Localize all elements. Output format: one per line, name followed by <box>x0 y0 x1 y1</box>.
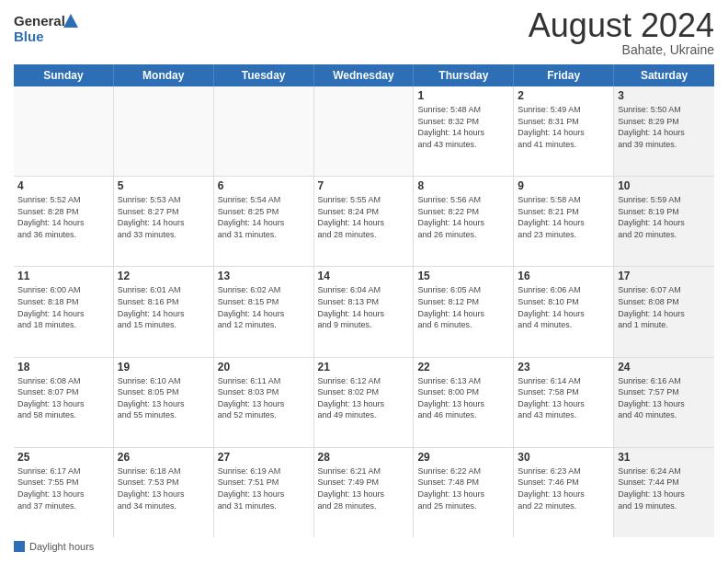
header-day-friday: Friday <box>514 64 614 86</box>
day-info-4: Sunrise: 5:52 AMSunset: 8:28 PMDaylight:… <box>17 194 109 240</box>
calendar-row-3: 18Sunrise: 6:08 AMSunset: 8:07 PMDayligh… <box>14 358 714 448</box>
day-cell-13: 13Sunrise: 6:02 AMSunset: 8:15 PMDayligh… <box>214 267 314 356</box>
day-cell-3: 3Sunrise: 5:50 AMSunset: 8:29 PMDaylight… <box>614 86 714 176</box>
day-number-19: 19 <box>118 361 210 373</box>
day-number-31: 31 <box>618 451 711 464</box>
day-cell-27: 27Sunrise: 6:19 AMSunset: 7:51 PMDayligh… <box>214 448 314 537</box>
day-number-29: 29 <box>417 451 509 464</box>
day-info-30: Sunrise: 6:23 AMSunset: 7:46 PMDaylight:… <box>518 465 609 511</box>
day-cell-14: 14Sunrise: 6:04 AMSunset: 8:13 PMDayligh… <box>314 267 415 356</box>
page: General Blue August 2024 Bahate, Ukraine… <box>0 0 728 563</box>
day-info-15: Sunrise: 6:05 AMSunset: 8:12 PMDaylight:… <box>417 284 509 330</box>
day-info-21: Sunrise: 6:12 AMSunset: 8:02 PMDaylight:… <box>318 375 410 421</box>
day-cell-11: 11Sunrise: 6:00 AMSunset: 8:18 PMDayligh… <box>14 267 114 356</box>
day-number-6: 6 <box>218 179 310 192</box>
day-info-22: Sunrise: 6:13 AMSunset: 8:00 PMDaylight:… <box>417 375 509 421</box>
day-cell-20: 20Sunrise: 6:11 AMSunset: 8:03 PMDayligh… <box>214 358 314 447</box>
day-number-5: 5 <box>118 179 210 192</box>
location-subtitle: Bahate, Ukraine <box>529 42 714 57</box>
header-day-monday: Monday <box>114 64 214 86</box>
daylight-dot <box>14 541 25 552</box>
day-number-22: 22 <box>417 361 509 373</box>
day-info-26: Sunrise: 6:18 AMSunset: 7:53 PMDaylight:… <box>118 465 210 511</box>
day-number-21: 21 <box>318 361 410 373</box>
header: General Blue August 2024 Bahate, Ukraine <box>14 9 714 57</box>
day-number-30: 30 <box>518 451 609 464</box>
day-cell-5: 5Sunrise: 5:53 AMSunset: 8:27 PMDaylight… <box>114 177 214 266</box>
day-cell-10: 10Sunrise: 5:59 AMSunset: 8:19 PMDayligh… <box>614 177 714 266</box>
day-info-17: Sunrise: 6:07 AMSunset: 8:08 PMDaylight:… <box>618 284 711 330</box>
day-number-15: 15 <box>417 270 509 282</box>
day-number-4: 4 <box>17 179 109 192</box>
day-info-1: Sunrise: 5:48 AMSunset: 8:32 PMDaylight:… <box>417 104 509 150</box>
day-info-7: Sunrise: 5:55 AMSunset: 8:24 PMDaylight:… <box>318 194 410 240</box>
day-number-27: 27 <box>218 451 310 464</box>
day-cell-4: 4Sunrise: 5:52 AMSunset: 8:28 PMDaylight… <box>14 177 114 266</box>
day-info-20: Sunrise: 6:11 AMSunset: 8:03 PMDaylight:… <box>218 375 310 421</box>
day-info-13: Sunrise: 6:02 AMSunset: 8:15 PMDaylight:… <box>218 284 310 330</box>
day-info-27: Sunrise: 6:19 AMSunset: 7:51 PMDaylight:… <box>218 465 310 511</box>
header-day-saturday: Saturday <box>614 64 714 86</box>
empty-cell-0-2 <box>214 86 314 176</box>
day-info-2: Sunrise: 5:49 AMSunset: 8:31 PMDaylight:… <box>518 104 609 150</box>
day-cell-8: 8Sunrise: 5:56 AMSunset: 8:22 PMDaylight… <box>414 177 514 266</box>
day-cell-30: 30Sunrise: 6:23 AMSunset: 7:46 PMDayligh… <box>514 448 614 537</box>
header-day-sunday: Sunday <box>14 64 114 86</box>
month-year-title: August 2024 <box>529 9 714 42</box>
svg-text:General: General <box>14 13 65 29</box>
empty-cell-0-0 <box>14 86 114 176</box>
day-cell-22: 22Sunrise: 6:13 AMSunset: 8:00 PMDayligh… <box>414 358 514 447</box>
day-info-31: Sunrise: 6:24 AMSunset: 7:44 PMDaylight:… <box>618 465 711 511</box>
day-info-5: Sunrise: 5:53 AMSunset: 8:27 PMDaylight:… <box>118 194 210 240</box>
day-info-29: Sunrise: 6:22 AMSunset: 7:48 PMDaylight:… <box>417 465 509 511</box>
day-number-7: 7 <box>318 179 410 192</box>
day-info-19: Sunrise: 6:10 AMSunset: 8:05 PMDaylight:… <box>118 375 210 421</box>
day-number-20: 20 <box>218 361 310 373</box>
day-cell-24: 24Sunrise: 6:16 AMSunset: 7:57 PMDayligh… <box>614 358 714 447</box>
day-cell-2: 2Sunrise: 5:49 AMSunset: 8:31 PMDaylight… <box>514 86 614 176</box>
daylight-label: Daylight hours <box>29 541 94 552</box>
empty-cell-0-3 <box>314 86 415 176</box>
day-number-28: 28 <box>318 451 410 464</box>
day-info-8: Sunrise: 5:56 AMSunset: 8:22 PMDaylight:… <box>417 194 509 240</box>
logo: General Blue <box>14 9 78 46</box>
day-info-16: Sunrise: 6:06 AMSunset: 8:10 PMDaylight:… <box>518 284 609 330</box>
calendar-row-1: 4Sunrise: 5:52 AMSunset: 8:28 PMDaylight… <box>14 177 714 267</box>
calendar-row-4: 25Sunrise: 6:17 AMSunset: 7:55 PMDayligh… <box>14 448 714 537</box>
day-number-3: 3 <box>618 89 711 102</box>
day-info-11: Sunrise: 6:00 AMSunset: 8:18 PMDaylight:… <box>17 284 109 330</box>
day-number-17: 17 <box>618 270 711 282</box>
day-number-12: 12 <box>118 270 210 282</box>
calendar: SundayMondayTuesdayWednesdayThursdayFrid… <box>14 64 714 537</box>
day-info-14: Sunrise: 6:04 AMSunset: 8:13 PMDaylight:… <box>318 284 410 330</box>
day-number-14: 14 <box>318 270 410 282</box>
svg-marker-2 <box>63 14 78 28</box>
day-number-26: 26 <box>118 451 210 464</box>
day-cell-12: 12Sunrise: 6:01 AMSunset: 8:16 PMDayligh… <box>114 267 214 356</box>
day-info-12: Sunrise: 6:01 AMSunset: 8:16 PMDaylight:… <box>118 284 210 330</box>
day-info-23: Sunrise: 6:14 AMSunset: 7:58 PMDaylight:… <box>518 375 609 421</box>
day-info-28: Sunrise: 6:21 AMSunset: 7:49 PMDaylight:… <box>318 465 410 511</box>
day-number-18: 18 <box>17 361 109 373</box>
day-number-25: 25 <box>17 451 109 464</box>
day-number-8: 8 <box>417 179 509 192</box>
day-number-9: 9 <box>518 179 609 192</box>
day-info-25: Sunrise: 6:17 AMSunset: 7:55 PMDaylight:… <box>17 465 109 511</box>
day-number-10: 10 <box>618 179 711 192</box>
day-cell-17: 17Sunrise: 6:07 AMSunset: 8:08 PMDayligh… <box>614 267 714 356</box>
day-cell-25: 25Sunrise: 6:17 AMSunset: 7:55 PMDayligh… <box>14 448 114 537</box>
day-cell-21: 21Sunrise: 6:12 AMSunset: 8:02 PMDayligh… <box>314 358 415 447</box>
day-cell-26: 26Sunrise: 6:18 AMSunset: 7:53 PMDayligh… <box>114 448 214 537</box>
empty-cell-0-1 <box>114 86 214 176</box>
header-day-wednesday: Wednesday <box>314 64 415 86</box>
day-cell-31: 31Sunrise: 6:24 AMSunset: 7:44 PMDayligh… <box>614 448 714 537</box>
header-day-tuesday: Tuesday <box>214 64 314 86</box>
day-number-2: 2 <box>518 89 609 102</box>
day-number-24: 24 <box>618 361 711 373</box>
header-day-thursday: Thursday <box>414 64 514 86</box>
day-cell-19: 19Sunrise: 6:10 AMSunset: 8:05 PMDayligh… <box>114 358 214 447</box>
day-number-1: 1 <box>417 89 509 102</box>
day-cell-16: 16Sunrise: 6:06 AMSunset: 8:10 PMDayligh… <box>514 267 614 356</box>
day-info-9: Sunrise: 5:58 AMSunset: 8:21 PMDaylight:… <box>518 194 609 240</box>
day-cell-23: 23Sunrise: 6:14 AMSunset: 7:58 PMDayligh… <box>514 358 614 447</box>
